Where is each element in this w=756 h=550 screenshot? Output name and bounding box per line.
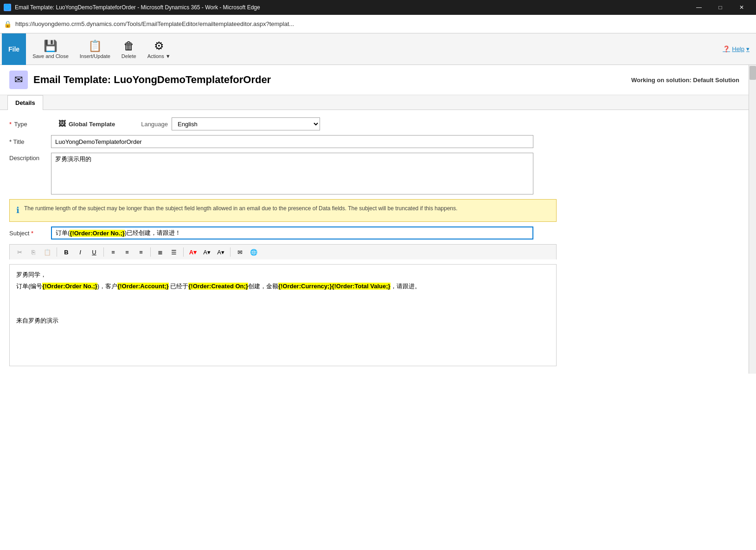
language-select[interactable]: English bbox=[172, 117, 320, 130]
highlight-button[interactable]: A▾ bbox=[201, 246, 213, 258]
editor-body[interactable]: 罗勇同学， 订单(编号{!Order:Order No.;})，客户{!Orde… bbox=[9, 264, 557, 366]
toolbar-separator-3 bbox=[150, 247, 151, 257]
align-center-button[interactable]: ≡ bbox=[121, 246, 133, 258]
underline-button[interactable]: U bbox=[88, 246, 100, 258]
info-text: The runtime length of the subject may be… bbox=[24, 204, 457, 213]
type-label: * Type bbox=[9, 121, 51, 128]
editor-line-2: 订单(编号{!Order:Order No.;})，客户{!Order:Acco… bbox=[16, 282, 550, 291]
global-template-icon: 🖼 bbox=[58, 120, 66, 128]
help-button[interactable]: ❓ Help ▾ bbox=[718, 35, 754, 63]
subject-suffix: )已经创建，请跟进！ bbox=[125, 229, 181, 237]
toolbar-separator-4 bbox=[183, 247, 184, 257]
title-row: * Title bbox=[9, 135, 739, 148]
file-button[interactable]: File bbox=[2, 33, 26, 65]
description-label: Description bbox=[9, 153, 51, 162]
body-line2-suffix: ，请跟进。 bbox=[391, 283, 421, 290]
cut-button[interactable]: ✂ bbox=[13, 246, 26, 258]
unordered-list-button[interactable]: ☰ bbox=[168, 246, 180, 258]
working-solution: Working on solution: Default Solution bbox=[631, 77, 739, 84]
scrollbar-track[interactable] bbox=[749, 65, 756, 374]
editor-toolbar: ✂ ⎘ 📋 B I U ≡ ≡ ≡ ≣ ☰ A▾ A▾ bbox=[9, 244, 557, 259]
window-controls: — □ ✕ bbox=[688, 0, 752, 15]
subject-tag1: {!Order:Order No.;} bbox=[70, 230, 124, 237]
toolbar-separator-1 bbox=[57, 247, 57, 257]
body-tag3: {!Order:Created On;} bbox=[188, 283, 248, 290]
title-input[interactable] bbox=[51, 135, 533, 148]
delete-button[interactable]: 🗑 Delete bbox=[117, 35, 141, 63]
save-close-label: Save and Close bbox=[32, 53, 69, 59]
editor-line-3 bbox=[16, 293, 550, 303]
type-row: * Type 🖼 Global Template Language Englis… bbox=[9, 117, 739, 130]
page-header: ✉ Email Template: LuoYongDemoTemplatefor… bbox=[0, 65, 749, 95]
description-row: Description 罗勇演示用的 bbox=[9, 153, 739, 194]
url-display[interactable]: https://luoyongdemo.crm5.dynamics.com/To… bbox=[15, 20, 752, 27]
align-right-button[interactable]: ≡ bbox=[135, 246, 147, 258]
body-tag1: {!Order:Order No.;} bbox=[42, 283, 97, 290]
insert-update-button[interactable]: 📋 Insert/Update bbox=[75, 35, 115, 63]
ordered-list-button[interactable]: ≣ bbox=[154, 246, 166, 258]
font-color-button[interactable]: A▾ bbox=[187, 246, 199, 258]
insert-email-button[interactable]: ✉ bbox=[234, 246, 246, 258]
type-required-star: * bbox=[9, 121, 12, 128]
minimize-button[interactable]: — bbox=[688, 0, 710, 15]
subject-required-star: * bbox=[31, 230, 33, 237]
app-icon: 🌐 bbox=[4, 4, 11, 11]
italic-button[interactable]: I bbox=[74, 246, 86, 258]
actions-label: Actions ▼ bbox=[147, 53, 171, 59]
actions-button[interactable]: ⚙ Actions ▼ bbox=[143, 35, 175, 63]
editor-line-5: 来自罗勇的演示 bbox=[16, 316, 550, 326]
editor-line-1: 罗勇同学， bbox=[16, 270, 550, 280]
tabs-bar: Details bbox=[0, 95, 749, 110]
page-title: Email Template: LuoYongDemoTemplateforOr… bbox=[33, 74, 271, 86]
align-left-button[interactable]: ≡ bbox=[107, 246, 119, 258]
bold-button[interactable]: B bbox=[60, 246, 72, 258]
type-value: 🖼 Global Template bbox=[58, 120, 115, 128]
language-label: Language bbox=[141, 121, 168, 128]
body-tag5: {!Order:Total Value;} bbox=[332, 283, 390, 290]
paste-button[interactable]: 📋 bbox=[41, 246, 53, 258]
maximize-button[interactable]: □ bbox=[710, 0, 731, 15]
insert-update-icon: 📋 bbox=[88, 39, 102, 52]
subject-label: Subject * bbox=[9, 230, 51, 237]
ribbon: File 💾 Save and Close 📋 Insert/Update 🗑 … bbox=[0, 33, 756, 65]
body-line2-mid1: )，客户 bbox=[97, 283, 117, 290]
template-icon: ✉ bbox=[9, 71, 28, 89]
save-close-icon: 💾 bbox=[44, 39, 58, 52]
page-content: ✉ Email Template: LuoYongDemoTemplatefor… bbox=[0, 65, 756, 550]
toolbar-separator-2 bbox=[103, 247, 104, 257]
subject-row: Subject * 订单({!Order:Order No.;})已经创建，请跟… bbox=[9, 226, 739, 239]
lock-icon: 🔒 bbox=[4, 20, 12, 28]
title-bar: 🌐 Email Template: LuoYongDemoTemplatefor… bbox=[0, 0, 756, 15]
copy-button[interactable]: ⎘ bbox=[27, 246, 39, 258]
delete-icon: 🗑 bbox=[123, 39, 135, 52]
body-tag4: {!Order:Currency;} bbox=[278, 283, 332, 290]
editor-line-4 bbox=[16, 304, 550, 314]
close-button[interactable]: ✕ bbox=[731, 0, 752, 15]
font-style-button[interactable]: A▾ bbox=[215, 246, 227, 258]
subject-prefix: 订单( bbox=[56, 229, 70, 237]
language-group: Language English bbox=[141, 117, 320, 130]
title-label: * Title bbox=[9, 138, 51, 145]
insert-link-button[interactable]: 🌐 bbox=[248, 246, 260, 258]
scrollbar-thumb[interactable] bbox=[750, 66, 756, 80]
toolbar-separator-5 bbox=[230, 247, 231, 257]
insert-update-label: Insert/Update bbox=[80, 53, 110, 59]
body-line2-mid2: 已经于 bbox=[169, 283, 189, 290]
delete-label: Delete bbox=[122, 53, 136, 59]
body-tag2: {!Order:Account;} bbox=[117, 283, 169, 290]
help-icon: ❓ bbox=[723, 45, 730, 52]
save-close-button[interactable]: 💾 Save and Close bbox=[28, 35, 73, 63]
address-bar: 🔒 https://luoyongdemo.crm5.dynamics.com/… bbox=[0, 15, 756, 33]
body-line2-mid3: 创建，金额 bbox=[248, 283, 278, 290]
description-textarea[interactable]: 罗勇演示用的 bbox=[51, 153, 533, 194]
window-title: Email Template: LuoYongDemoTemplateforOr… bbox=[15, 4, 685, 11]
body-line2-prefix: 订单(编号 bbox=[16, 283, 42, 290]
tab-details[interactable]: Details bbox=[7, 95, 43, 110]
actions-icon: ⚙ bbox=[154, 39, 164, 52]
subject-input[interactable]: 订单({!Order:Order No.;})已经创建，请跟进！ bbox=[51, 226, 533, 239]
form-area: * Type 🖼 Global Template Language Englis… bbox=[0, 110, 749, 374]
info-icon: ℹ bbox=[16, 204, 19, 217]
info-box: ℹ The runtime length of the subject may … bbox=[9, 199, 557, 222]
help-label: Help bbox=[732, 45, 744, 52]
